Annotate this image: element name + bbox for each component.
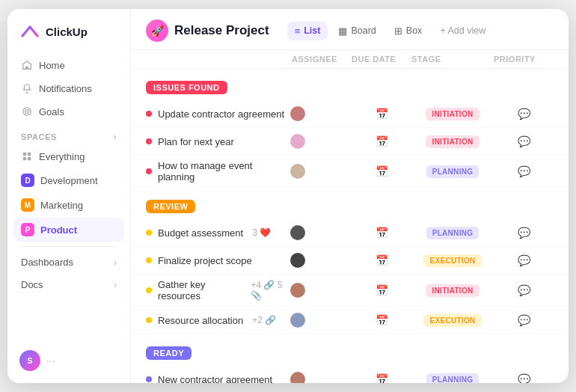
product-badge: P xyxy=(21,223,34,236)
task-name: Plan for next year xyxy=(158,136,234,147)
stage-cell: PLANNING xyxy=(411,227,494,239)
task-row[interactable]: Plan for next year 📅 INITIATION 💬 xyxy=(131,128,569,156)
comment-icon[interactable]: 💬 xyxy=(518,284,530,296)
sidebar-item-everything[interactable]: Everything xyxy=(13,145,124,168)
task-name: Gather key resources xyxy=(158,279,242,301)
logo-icon xyxy=(19,21,40,42)
sidebar-item-docs[interactable]: Docs › xyxy=(13,274,124,295)
comment-icon[interactable]: 💬 xyxy=(518,108,530,120)
comment-icon[interactable]: 💬 xyxy=(518,373,530,383)
stage-badge: PLANNING xyxy=(426,165,480,178)
assignee-cell xyxy=(292,370,352,383)
sidebar-item-marketing[interactable]: M Marketing xyxy=(13,193,124,217)
task-name: Finalize project scope xyxy=(158,255,252,266)
priority-cell: 💬 xyxy=(494,165,554,177)
due-date-cell: 📅 xyxy=(352,373,411,383)
add-view-button[interactable]: + Add view xyxy=(432,22,493,40)
group-ready-header: READY xyxy=(131,340,569,366)
priority-cell: 💬 xyxy=(494,227,554,239)
logo: ClickUp xyxy=(7,21,130,54)
add-view-label: + Add view xyxy=(440,25,485,36)
comment-icon[interactable]: 💬 xyxy=(518,135,530,147)
task-name-cell: How to manage event planning xyxy=(146,160,292,183)
group-issues: ISSUES FOUND Update contractor agreement… xyxy=(131,75,569,188)
task-dot xyxy=(146,230,152,236)
priority-cell: 💬 xyxy=(494,284,554,296)
stage-cell: EXECUTION xyxy=(411,254,494,267)
app-container: ClickUp Home Notifications Goals xyxy=(7,9,569,383)
avatar xyxy=(289,105,307,123)
assignee-cell xyxy=(292,132,352,150)
view-board-button[interactable]: ▦ Board xyxy=(331,22,383,40)
sidebar-item-dashboards-label: Dashboards xyxy=(21,257,108,268)
view-list-button[interactable]: ≡ List xyxy=(287,22,328,40)
comment-icon[interactable]: 💬 xyxy=(518,165,530,177)
avatar xyxy=(289,162,307,180)
sidebar-item-development[interactable]: D Development xyxy=(13,168,124,192)
sidebar-item-home[interactable]: Home xyxy=(13,54,124,76)
stage-cell: INITIATION xyxy=(411,108,494,120)
sidebar-item-notifications[interactable]: Notifications xyxy=(13,77,124,99)
user-avatar[interactable]: S xyxy=(19,350,40,371)
col-priority: PRIORITY xyxy=(494,55,554,64)
calendar-icon: 📅 xyxy=(376,284,388,296)
task-dot xyxy=(146,317,152,323)
group-review: REVIEW Budget assessment 3 ❤️ 📅 xyxy=(131,194,569,334)
everything-icon xyxy=(21,150,33,162)
priority-cell: 💬 xyxy=(494,108,554,120)
svg-rect-7 xyxy=(28,157,31,160)
calendar-icon: 📅 xyxy=(376,314,388,326)
user-menu-dots[interactable]: ··· xyxy=(46,355,55,367)
dashboards-chevron: › xyxy=(114,257,117,268)
list-icon: ≡ xyxy=(295,25,301,37)
project-name: Release Project xyxy=(174,23,269,38)
sidebar-item-marketing-label: Marketing xyxy=(40,200,83,211)
table-header: ASSIGNEE DUE DATE STAGE PRIORITY xyxy=(131,50,569,69)
bell-icon xyxy=(21,82,33,94)
other-nav: Dashboards › Docs › xyxy=(7,251,130,295)
stage-cell: INITIATION xyxy=(411,135,494,148)
sidebar-item-notifications-label: Notifications xyxy=(39,83,92,94)
task-name: Budget assessment xyxy=(158,227,243,239)
task-row[interactable]: How to manage event planning 📅 PLANNING … xyxy=(131,156,569,188)
stage-badge: EXECUTION xyxy=(423,254,481,267)
svg-rect-4 xyxy=(23,153,26,156)
due-date-cell: 📅 xyxy=(352,254,411,266)
task-row[interactable]: New contractor agreement 📅 PLANNING 💬 xyxy=(131,366,569,383)
stage-badge: EXECUTION xyxy=(423,314,481,327)
sidebar-item-goals[interactable]: Goals xyxy=(13,100,124,123)
task-dot xyxy=(146,138,152,144)
project-title-area: 🚀 Release Project xyxy=(146,19,269,42)
task-row[interactable]: Budget assessment 3 ❤️ 📅 PLANNING 💬 xyxy=(131,219,569,247)
task-row[interactable]: Update contractor agreement 📅 INITIATION… xyxy=(131,100,569,128)
stage-badge: INITIATION xyxy=(426,135,479,148)
svg-rect-5 xyxy=(28,153,31,156)
view-box-button[interactable]: ⊞ Box xyxy=(387,22,430,40)
comment-icon[interactable]: 💬 xyxy=(518,227,530,239)
stage-badge: PLANNING xyxy=(426,227,480,239)
sidebar-item-product[interactable]: P Product xyxy=(13,218,124,242)
comment-icon[interactable]: 💬 xyxy=(518,314,530,326)
due-date-cell: 📅 xyxy=(352,108,411,120)
stage-cell: PLANNING xyxy=(411,165,494,178)
svg-rect-6 xyxy=(23,157,26,160)
main-panel: 🚀 Release Project ≡ List ▦ Board ⊞ Box +… xyxy=(131,9,569,383)
assignee-cell xyxy=(292,162,352,180)
task-row[interactable]: Finalize project scope 📅 EXECUTION 💬 xyxy=(131,247,569,275)
task-name-cell: Gather key resources +4 🔗 5 📎 xyxy=(146,279,292,301)
task-dot xyxy=(146,376,152,382)
task-name-cell: Budget assessment 3 ❤️ xyxy=(146,227,292,239)
app-name: ClickUp xyxy=(46,25,88,38)
task-name-cell: Finalize project scope xyxy=(146,255,292,266)
sidebar-item-dashboards[interactable]: Dashboards › xyxy=(13,251,124,273)
spaces-chevron[interactable]: › xyxy=(113,132,117,142)
comment-icon[interactable]: 💬 xyxy=(518,254,530,266)
priority-cell: 💬 xyxy=(494,373,554,383)
topbar-views: ≡ List ▦ Board ⊞ Box + Add view xyxy=(287,22,494,40)
calendar-icon: 📅 xyxy=(376,373,388,383)
task-extra: 3 ❤️ xyxy=(252,227,271,238)
calendar-icon: 📅 xyxy=(376,135,388,147)
task-row[interactable]: Resource allocation +2 🔗 📅 EXECUTION 💬 xyxy=(131,307,569,334)
docs-chevron: › xyxy=(114,280,117,290)
task-row[interactable]: Gather key resources +4 🔗 5 📎 📅 INITIATI… xyxy=(131,275,569,307)
